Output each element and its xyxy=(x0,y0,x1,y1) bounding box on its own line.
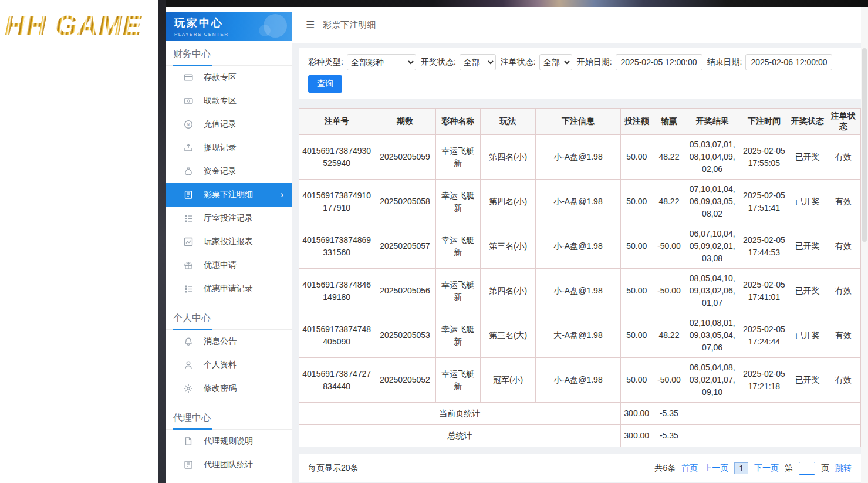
sidebar-item-label: 提现记录 xyxy=(204,143,237,153)
col-win-loss: 输赢 xyxy=(653,109,685,135)
col-bet-no: 注单号 xyxy=(299,109,374,135)
cell-time: 2025-02-05 17:41:01 xyxy=(739,269,789,313)
content-area: 彩种类型: 全部彩种 开奖状态: 全部 注单状态: 全部 开始日期: 结束日期:… xyxy=(292,43,868,482)
cell-period: 20250205057 xyxy=(374,224,435,269)
cell-lottery: 幸运飞艇新 xyxy=(435,358,480,403)
main-content: ☰ 彩票下注明细 彩种类型: 全部彩种 开奖状态: 全部 注单状态: 全部 开始… xyxy=(292,7,868,483)
lottery-type-select[interactable]: 全部彩种 xyxy=(347,54,416,70)
book-icon xyxy=(184,460,193,470)
table-row: 401569173874930525940 20250205059 幸运飞艇新 … xyxy=(299,135,861,180)
col-bet-info: 下注信息 xyxy=(536,109,620,135)
sidebar-item-recharge-records[interactable]: ¥ 充值记录 xyxy=(166,113,292,136)
decor-circle-icon xyxy=(259,25,271,36)
user-icon xyxy=(184,360,193,370)
draw-status-select[interactable]: 全部 xyxy=(460,54,496,70)
cell-time: 2025-02-05 17:55:05 xyxy=(739,135,789,180)
cell-win-loss: -50.00 xyxy=(653,358,685,403)
sidebar-item-label: 优惠申请记录 xyxy=(204,283,253,294)
sidebar-item-fund-records[interactable]: 资金记录 xyxy=(166,160,292,183)
bell-icon xyxy=(184,337,193,346)
sidebar-item-announcements[interactable]: 消息公告 xyxy=(166,330,292,353)
sidebar-item-hall-bet-records[interactable]: 厅室投注记录 xyxy=(166,207,292,230)
arrow-up-tray-icon xyxy=(184,143,193,153)
jump-page-input[interactable] xyxy=(799,462,815,475)
sidebar-item-label: 彩票下注明细 xyxy=(204,190,253,200)
next-page-link[interactable]: 下一页 xyxy=(754,463,779,474)
moneybag-icon xyxy=(184,167,193,176)
document-list-icon xyxy=(184,190,193,200)
sidebar-item-withdraw-zone[interactable]: 取款专区 xyxy=(166,89,292,113)
sidebar-item-cashout-records[interactable]: 提现记录 xyxy=(166,136,292,160)
summary-win-loss: -5.35 xyxy=(653,403,685,425)
sidebar-item-label: 消息公告 xyxy=(204,336,237,347)
sidebar-item-label: 存款专区 xyxy=(204,72,237,83)
cell-lottery: 幸运飞艇新 xyxy=(435,135,480,180)
cell-amount: 50.00 xyxy=(620,224,653,269)
first-page-link[interactable]: 首页 xyxy=(681,463,698,474)
col-amount: 投注额 xyxy=(620,109,653,135)
sidebar-item-lottery-bet-details[interactable]: 彩票下注明细 › xyxy=(166,183,292,207)
summary-label: 总统计 xyxy=(299,425,621,447)
sidebar-header: 玩家中心 PLAYERS CENTER xyxy=(166,12,292,41)
cell-win-loss: 48.22 xyxy=(653,180,685,224)
cell-time: 2025-02-05 17:51:41 xyxy=(739,180,789,224)
sidebar-item-player-bet-report[interactable]: 玩家投注报表 xyxy=(166,230,292,254)
cell-result: 02,10,08,01,09,03,05,04,07,06 xyxy=(685,313,739,358)
cell-bet-info: 小-A盘@1.98 xyxy=(536,358,620,403)
sidebar-item-promo-apply-records[interactable]: 优惠申请记录 xyxy=(166,277,292,300)
summary-label: 当前页统计 xyxy=(299,403,621,425)
cell-period: 20250205053 xyxy=(374,313,435,358)
scrollbar xyxy=(861,7,868,483)
list-icon xyxy=(184,214,193,223)
cell-bet-no: 401569173874727834440 xyxy=(299,358,374,403)
sidebar-item-deposit-zone[interactable]: 存款专区 xyxy=(166,66,292,89)
sidebar-item-change-password[interactable]: 修改密码 xyxy=(166,377,292,400)
col-period: 期数 xyxy=(374,109,435,135)
bets-table-panel: 注单号 期数 彩种名称 玩法 下注信息 投注额 输赢 开奖结果 下注时间 开奖状… xyxy=(299,108,861,447)
start-date-input[interactable] xyxy=(616,54,702,70)
summary-win-loss: -5.35 xyxy=(653,425,685,447)
cell-bet-info: 小-A盘@1.98 xyxy=(536,135,620,180)
cell-period: 20250205059 xyxy=(374,135,435,180)
pagination: 每页显示20条 共6条 首页 上一页 1 下一页 第 页 跳转 xyxy=(299,454,861,482)
col-result: 开奖结果 xyxy=(685,109,739,135)
cell-play: 第三名(小) xyxy=(480,224,535,269)
cell-amount: 50.00 xyxy=(620,269,653,313)
jump-button[interactable]: 跳转 xyxy=(835,463,852,474)
end-date-input[interactable] xyxy=(745,54,832,70)
scrollbar-thumb[interactable] xyxy=(862,48,867,242)
col-bet-time: 下注时间 xyxy=(739,109,789,135)
current-page-badge[interactable]: 1 xyxy=(734,462,748,474)
cell-amount: 50.00 xyxy=(620,358,653,403)
sidebar-item-profile[interactable]: 个人资料 xyxy=(166,353,292,377)
summary-row-total: 总统计 300.00 -5.35 xyxy=(299,425,861,447)
cell-time: 2025-02-05 17:44:53 xyxy=(739,224,789,269)
cell-draw-status: 已开奖 xyxy=(789,269,826,313)
bet-status-select[interactable]: 全部 xyxy=(539,54,572,70)
cell-bet-no: 401569173874910177910 xyxy=(299,180,374,224)
sidebar-item-label: 修改密码 xyxy=(204,383,237,394)
sidebar-item-promo-apply[interactable]: 优惠申请 xyxy=(166,254,292,277)
document-icon xyxy=(184,437,193,446)
top-dark-strip xyxy=(166,0,868,7)
jump-label-suffix: 页 xyxy=(821,463,829,474)
prev-page-link[interactable]: 上一页 xyxy=(704,463,728,474)
cell-bet-status: 有效 xyxy=(826,135,860,180)
sidebar-item-agent-team-stats[interactable]: 代理团队统计 xyxy=(166,453,292,477)
cell-amount: 50.00 xyxy=(620,313,653,358)
cell-time: 2025-02-05 17:21:18 xyxy=(739,358,789,403)
cell-bet-no: 401569173874748405090 xyxy=(299,313,374,358)
cell-result: 06,05,04,08,03,02,01,07,09,10 xyxy=(685,358,739,403)
cell-bet-status: 有效 xyxy=(826,180,860,224)
svg-text:¥: ¥ xyxy=(187,122,190,127)
brand-logo: HH GAME xyxy=(5,9,158,42)
sidebar-item-agent-rules[interactable]: 代理规则说明 xyxy=(166,430,292,453)
cell-period: 20250205052 xyxy=(374,358,435,403)
query-button[interactable]: 查询 xyxy=(308,75,342,93)
col-play: 玩法 xyxy=(480,109,535,135)
bank-card-icon xyxy=(184,73,193,82)
cell-bet-status: 有效 xyxy=(826,358,860,403)
cell-result: 06,07,10,04,05,09,02,01,03,08 xyxy=(685,224,739,269)
hamburger-icon[interactable]: ☰ xyxy=(306,19,315,31)
section-title-agent: 代理中心 xyxy=(166,408,292,430)
